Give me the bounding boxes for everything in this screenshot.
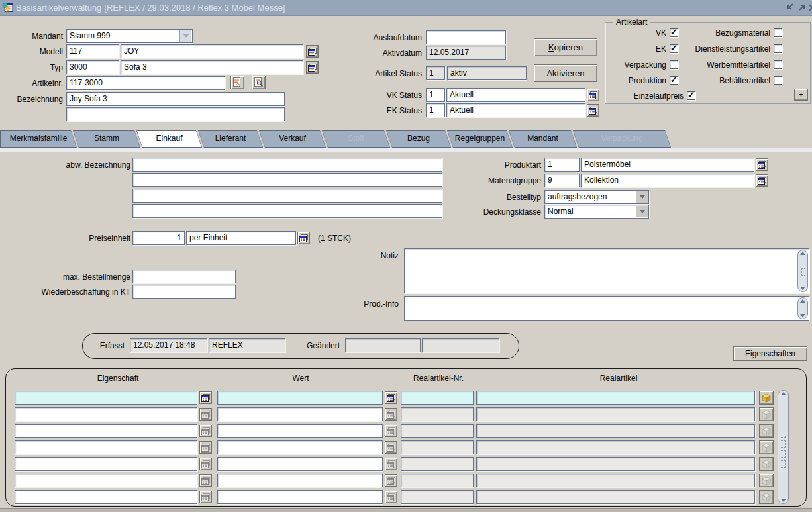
max-bestellmenge-field[interactable] — [132, 270, 236, 283]
preiseinheit-lov-button[interactable] — [297, 232, 310, 244]
wert-cell[interactable] — [217, 457, 383, 471]
eigenschaft-cell[interactable] — [15, 490, 197, 504]
eigenschaft-cell[interactable] — [15, 391, 197, 405]
tab-bezug[interactable]: Bezug — [386, 130, 451, 148]
tab-regelgruppen[interactable]: Regelgruppen — [447, 130, 513, 148]
materialgruppe-code-field[interactable]: 9 — [544, 174, 580, 187]
realartikel-nr-cell[interactable] — [401, 391, 474, 405]
bezugsmaterial-checkbox[interactable] — [774, 28, 782, 37]
behaelterartikel-checkbox[interactable] — [774, 76, 782, 85]
notiz-textarea[interactable] — [404, 248, 809, 293]
tab-bar: Merkmalsfamilie Stamm Einkauf Lieferant … — [0, 130, 812, 148]
modell-name-field[interactable]: JOY — [121, 44, 303, 58]
eigenschaft-lov-button[interactable] — [199, 391, 212, 404]
wert-cell[interactable] — [217, 424, 383, 438]
abw-bezeichnung-field-2[interactable] — [132, 173, 442, 187]
kopieren-button[interactable]: Kopieren — [534, 38, 597, 56]
einzelaufpreis-checkbox[interactable] — [687, 91, 695, 100]
tab-einkauf[interactable]: Einkauf — [136, 130, 202, 148]
vk-status-lov-button[interactable] — [587, 89, 599, 101]
aktivdatum-label: Aktivdatum — [349, 48, 422, 58]
ek-status-code-field[interactable]: 1 — [426, 103, 445, 117]
typ-lov-button[interactable] — [306, 61, 319, 74]
ek-status-text-field[interactable]: Aktuell — [446, 103, 585, 117]
bezeichnung2-field[interactable] — [66, 107, 285, 121]
scroll-down-icon[interactable] — [798, 287, 807, 290]
notiz-label: Notiz — [359, 251, 399, 261]
produktart-text-field[interactable]: Polstermöbel — [581, 158, 754, 172]
scroll-up-icon[interactable] — [798, 299, 807, 303]
ek-status-lov-button[interactable] — [587, 104, 599, 117]
aktivieren-button[interactable]: Aktivieren — [534, 64, 597, 82]
wert-lov-button[interactable] — [385, 391, 397, 404]
modell-lov-button[interactable] — [306, 45, 319, 58]
bezeichnung-field[interactable]: Joy Sofa 3 — [66, 92, 285, 106]
auslaufdatum-field[interactable] — [426, 30, 506, 44]
artikelart-plus-button[interactable]: + — [794, 89, 808, 101]
eigenschaft-cell[interactable] — [15, 424, 197, 438]
produktart-code-field[interactable]: 1 — [544, 158, 580, 172]
wiederbeschaffung-label: Wiederbeschaffung in KT — [31, 287, 130, 297]
chevron-down-icon[interactable] — [636, 206, 648, 217]
abw-bezeichnung-field-1[interactable] — [132, 158, 442, 172]
scroll-up-icon[interactable] — [778, 392, 788, 395]
wert-cell[interactable] — [217, 407, 383, 421]
eigenschaft-cell[interactable] — [15, 474, 197, 487]
realartikel-cell — [476, 440, 755, 454]
typ-code-field[interactable]: 3000 — [66, 60, 119, 74]
eigenschaft-cell[interactable] — [15, 457, 197, 471]
materialgruppe-lov-button[interactable] — [756, 174, 768, 187]
werbemittelartikel-checkbox[interactable] — [774, 60, 782, 69]
dienstleistungsartikel-checkbox[interactable] — [774, 44, 782, 53]
vk-status-text-field[interactable]: Aktuell — [446, 88, 585, 102]
preiseinheit-qty-field[interactable]: 1 — [132, 231, 185, 245]
typ-name-field[interactable]: Sofa 3 — [121, 60, 303, 74]
produktart-lov-button[interactable] — [756, 158, 768, 171]
maximize-icon[interactable] — [797, 2, 807, 13]
modell-code-field[interactable]: 117 — [66, 44, 119, 58]
search-document-button[interactable] — [252, 76, 266, 89]
prod-info-textarea[interactable] — [404, 296, 809, 321]
wert-cell[interactable] — [217, 490, 383, 504]
tab-verkauf[interactable]: Verkauf — [259, 130, 326, 148]
wiederbeschaffung-field[interactable] — [132, 285, 236, 299]
produktart-label: Produktart — [468, 160, 541, 170]
materialgruppe-text-field[interactable]: Kollektion — [581, 174, 754, 187]
artikelnr-field[interactable]: 117-3000 — [66, 76, 225, 90]
chevron-down-icon[interactable] — [179, 30, 191, 42]
realartikel-nr-cell — [401, 440, 474, 454]
realartikel-box-button — [759, 490, 774, 504]
preiseinheit-unit-field[interactable]: per Einheit — [186, 231, 296, 245]
tab-lieferant[interactable]: Lieferant — [198, 130, 263, 148]
notiz-scrollbar[interactable] — [797, 250, 808, 292]
mandant-combo[interactable]: Stamm 999 — [66, 29, 193, 43]
vk-status-code-field[interactable]: 1 — [426, 88, 445, 102]
close-icon[interactable] — [807, 2, 812, 13]
realartikel-cell[interactable] — [476, 391, 755, 405]
table-scrollbar[interactable] — [778, 390, 789, 504]
abw-bezeichnung-field-3[interactable] — [132, 189, 442, 203]
aktivdatum-field: 12.05.2017 — [426, 46, 506, 60]
scroll-down-icon[interactable] — [798, 314, 807, 317]
eigenschaften-button[interactable]: Eigenschaften — [733, 346, 807, 361]
realartikel-box-button[interactable] — [759, 391, 774, 405]
scroll-down-icon[interactable] — [778, 499, 788, 502]
wert-cell[interactable] — [217, 391, 383, 405]
abw-bezeichnung-field-4[interactable] — [132, 204, 442, 218]
prod-info-scrollbar[interactable] — [797, 297, 808, 319]
edit-document-button[interactable] — [230, 76, 244, 89]
eigenschaft-cell[interactable] — [15, 407, 197, 421]
max-bestellmenge-label: max. Bestellmenge — [51, 272, 130, 282]
restore-down-icon[interactable] — [786, 2, 795, 13]
tab-stamm[interactable]: Stamm — [73, 130, 140, 148]
tab-mandant[interactable]: Mandant — [509, 130, 577, 148]
chevron-down-icon[interactable] — [636, 191, 648, 203]
scroll-up-icon[interactable] — [798, 252, 807, 255]
wert-cell[interactable] — [217, 440, 383, 454]
bestelltyp-select[interactable]: auftragsbezogen — [544, 190, 649, 204]
eigenschaft-cell[interactable] — [15, 440, 197, 454]
deckungsklasse-select[interactable]: Normal — [544, 205, 649, 219]
wert-cell[interactable] — [217, 474, 383, 487]
realartikel-cell — [476, 407, 755, 421]
tab-merkmalsfamilie[interactable]: Merkmalsfamilie — [0, 130, 77, 148]
